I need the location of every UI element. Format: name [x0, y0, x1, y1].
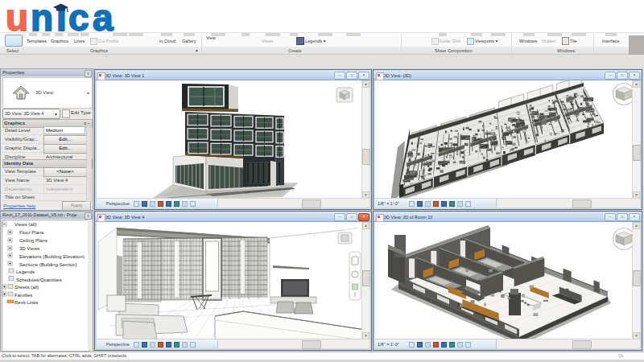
svg-text:Elevations (Building Elevation: Elevations (Building Elevation): [19, 254, 85, 259]
svg-text:Legends: Legends: [16, 269, 35, 274]
svg-text:c: c: [68, 0, 89, 35]
svg-text:Families: Families: [14, 293, 32, 298]
svg-text:Views (all): Views (all): [14, 222, 37, 227]
svg-text:a: a: [93, 0, 114, 35]
svg-text:Floor Plans: Floor Plans: [19, 230, 43, 235]
svg-text:Sections (Building Section): Sections (Building Section): [19, 262, 77, 267]
svg-text:n: n: [31, 0, 53, 35]
svg-text:3D Views: 3D Views: [19, 246, 39, 251]
svg-text:u: u: [6, 0, 28, 35]
svg-text:Schedules/Quantities: Schedules/Quantities: [16, 278, 62, 282]
svg-text:Sheets (all): Sheets (all): [14, 285, 39, 290]
svg-text:Revit Links: Revit Links: [14, 300, 38, 305]
svg-text:Ceiling Plans: Ceiling Plans: [19, 238, 47, 243]
